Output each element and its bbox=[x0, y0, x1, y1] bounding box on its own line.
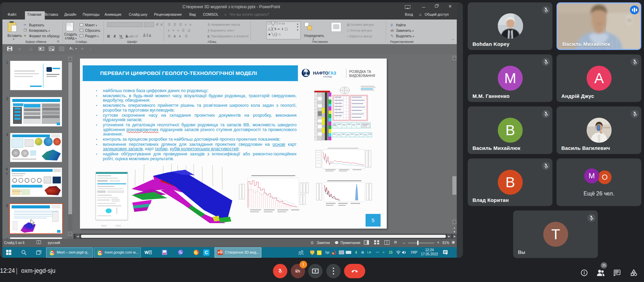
svg-text:P: P bbox=[218, 251, 220, 254]
